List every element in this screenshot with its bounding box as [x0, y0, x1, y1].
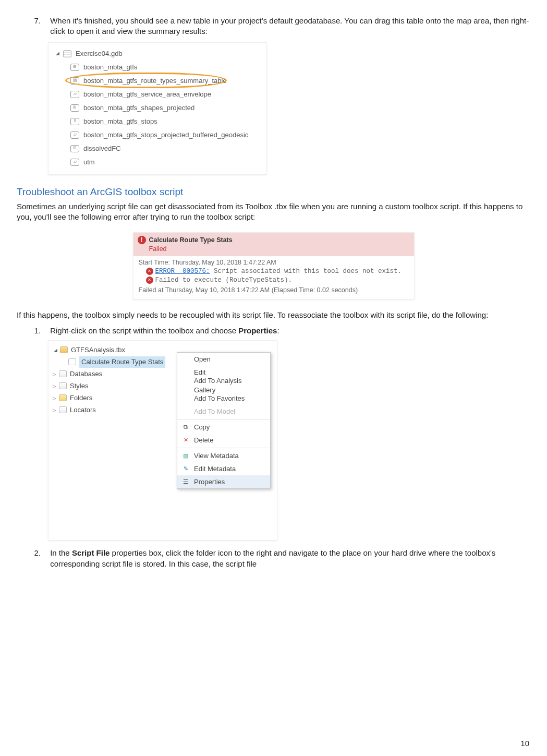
delete-icon: ✕ [181, 437, 190, 444]
gdb-row[interactable]: ◢ Exercise04.gdb [53, 47, 264, 61]
error-status: Failed [149, 245, 233, 254]
geodatabase-icon [63, 50, 71, 57]
copy-icon: ⧉ [181, 424, 190, 431]
menu-item-copy[interactable]: ⧉Copy [177, 421, 270, 434]
polygon-icon: ▱ [70, 91, 79, 98]
x-icon: ✕ [146, 277, 153, 284]
catalog-item[interactable]: ⠿boston_mbta_gtfs_stops [53, 115, 264, 128]
expand-icon[interactable]: ▷ [53, 383, 58, 389]
menu-item-delete[interactable]: ✕Delete [177, 434, 270, 447]
error-title: Calculate Route Type Stats [149, 236, 233, 245]
list-number: 7. [26, 16, 41, 26]
script-icon [68, 358, 76, 365]
catalog-item[interactable]: ⊞boston_mbta_gtfs [53, 61, 264, 74]
error-header: ! Calculate Route Type Stats Failed [133, 233, 414, 257]
expand-icon[interactable]: ▷ [53, 407, 58, 413]
polygon-icon: ▱ [70, 131, 79, 139]
section-heading: Troubleshoot an ArcGIS toolbox script [17, 185, 530, 199]
featureclass-icon: ⊞ [70, 145, 79, 152]
paragraph: If this happens, the toolbox simply need… [17, 310, 530, 320]
catalog-item[interactable]: ▱boston_mbta_gtfs_service_area_envelope [53, 88, 264, 101]
styles-icon [59, 382, 67, 389]
menu-item-properties[interactable]: ☰Properties [177, 475, 270, 488]
metadata-icon: ▤ [181, 452, 190, 460]
x-icon: ✕ [146, 268, 153, 275]
list-item-1: 1. Right-click on the script within the … [26, 326, 530, 336]
list-item-2: 2. In the Script File properties box, cl… [26, 548, 530, 569]
pencil-icon: ✎ [181, 465, 190, 473]
context-menu: Open Edit Add To Analysis Gallery Add To… [177, 352, 271, 489]
menu-item-add-analysis[interactable]: Add To Analysis Gallery [177, 379, 270, 392]
error-code-link[interactable]: ERROR 000576: [155, 268, 210, 275]
gdb-label: Exercise04.gdb [76, 49, 123, 58]
list-text: In the Script File properties box, click… [50, 548, 530, 569]
list-number: 1. [26, 326, 41, 336]
table-icon: ▤ [70, 77, 79, 85]
catalog-item[interactable]: ▱utm [53, 155, 264, 169]
properties-icon: ☰ [181, 478, 190, 486]
expand-icon[interactable]: ▷ [53, 371, 58, 377]
point-icon: ⠿ [70, 118, 79, 125]
catalog-item[interactable]: ▱boston_mbta_gtfs_stops_projected_buffer… [53, 128, 264, 142]
error-fail-line: ✕Failed to execute (RouteTypeStats). [133, 276, 414, 285]
catalog-item[interactable]: ⊞dissolvedFC [53, 142, 264, 155]
error-message-line: ✕ERROR 000576: Script associated with th… [133, 267, 414, 276]
catalog-item[interactable]: ⊞boston_mbta_gtfs_shapes_projected [53, 101, 264, 115]
databases-icon [59, 370, 67, 377]
polygon-icon: ▱ [70, 159, 79, 166]
list-text: Right-click on the script within the too… [50, 326, 530, 336]
collapse-icon[interactable]: ◢ [56, 50, 61, 56]
menu-item-edit-metadata[interactable]: ✎Edit Metadata [177, 462, 270, 475]
menu-separator [177, 419, 270, 419]
list-item-7: 7. When it's finished, you should see a … [26, 16, 530, 37]
menu-item-add-model: Add To Model [177, 405, 270, 418]
menu-item-open[interactable]: Open [177, 353, 270, 366]
paragraph: Sometimes an underlying script file can … [17, 201, 530, 223]
catalog-item-highlighted[interactable]: ▤boston_mbta_gtfs_route_types_summary_ta… [53, 74, 264, 88]
collapse-icon[interactable]: ◢ [54, 347, 59, 353]
catalog-panel: ◢ Exercise04.gdb ⊞boston_mbta_gtfs ▤bost… [48, 42, 267, 175]
error-end-time: Failed at Thursday, May 10, 2018 1:47:22… [133, 285, 414, 299]
error-start-time: Start Time: Thursday, May 10, 2018 1:47:… [133, 256, 414, 267]
expand-icon[interactable]: ▷ [53, 395, 58, 401]
list-text: When it's finished, you should see a new… [50, 16, 530, 37]
menu-item-view-metadata[interactable]: ▤View Metadata [177, 449, 270, 462]
error-panel: ! Calculate Route Type Stats Failed Star… [133, 232, 415, 299]
featureclass-icon: ⊞ [70, 64, 79, 71]
toolbox-context-panel: ◢ GTFSAnalysis.tbx Calculate Route Type … [48, 340, 277, 541]
folders-icon [59, 394, 67, 401]
script-label: Calculate Route Type Stats [79, 356, 165, 368]
featureclass-icon: ⊞ [70, 104, 79, 112]
locators-icon [59, 406, 67, 413]
menu-separator [177, 448, 270, 448]
toolbox-icon [60, 346, 68, 353]
error-icon: ! [138, 236, 146, 244]
list-number: 2. [26, 548, 41, 558]
